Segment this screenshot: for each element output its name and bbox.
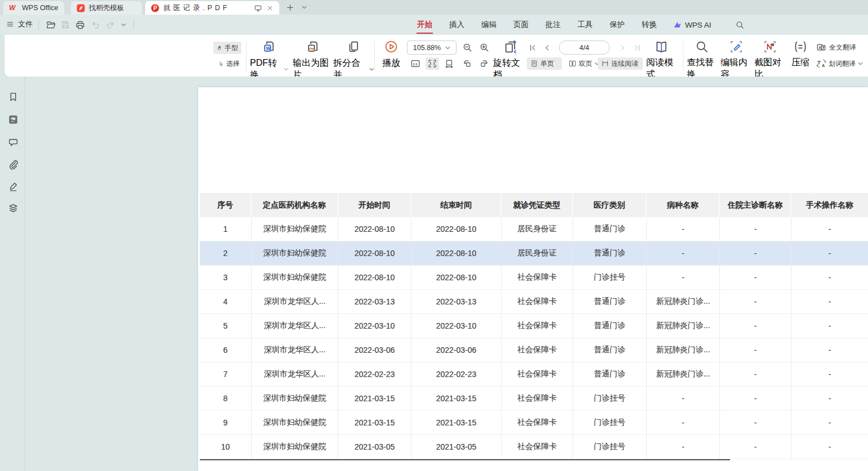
svg-text:W: W — [9, 4, 16, 12]
menu-item-home[interactable]: 开始 — [417, 15, 433, 35]
signature-panel-button[interactable] — [6, 180, 20, 193]
fit-width-button[interactable] — [426, 57, 439, 70]
export-image-button[interactable]: 输出为图片 — [293, 39, 333, 81]
full-translation-label: 全文翻译 — [829, 43, 856, 52]
rotate-left-button[interactable] — [460, 57, 474, 70]
print-button[interactable] — [73, 19, 87, 31]
thumbnails-panel-button[interactable] — [6, 113, 20, 126]
compress-button[interactable]: 压缩 — [789, 39, 812, 69]
table-cell: 7 — [200, 362, 252, 386]
table-cell: 居民身份证 — [502, 241, 573, 265]
split-merge-button[interactable]: 拆分合并 — [333, 39, 374, 81]
close-icon[interactable] — [266, 5, 274, 12]
table-row: 6深圳市龙华区人...2022-03-062022-03-06社会保障卡普通门诊… — [200, 338, 868, 362]
word-translation-icon: A — [816, 59, 826, 69]
document-canvas[interactable]: 序号定点医药机构名称开始时间结束时间就诊凭证类型医疗类别病种名称住院主诊断名称手… — [26, 77, 868, 471]
attachments-panel-button[interactable] — [6, 158, 20, 171]
table-header-cell: 住院主诊断名称 — [720, 193, 791, 217]
play-button[interactable]: 播放 — [379, 39, 403, 69]
actual-size-button[interactable]: 1:1 — [409, 57, 422, 70]
screenshot-compare-button[interactable]: 截图对比 — [754, 39, 786, 80]
next-page-button[interactable] — [617, 42, 628, 54]
screenshot-compare-icon — [763, 39, 777, 54]
save-button[interactable] — [59, 19, 72, 31]
table-header-cell: 病种名称 — [647, 193, 720, 217]
table-cell: 深圳市妇幼保健院 — [252, 411, 338, 434]
menu-item-protect[interactable]: 保护 — [609, 15, 625, 35]
hand-tool-label: 手型 — [225, 43, 238, 53]
previous-page-button[interactable] — [542, 42, 553, 54]
open-button[interactable] — [44, 19, 57, 31]
menu-item-wps-ai[interactable]: WPS AI — [673, 21, 712, 29]
tab-docer[interactable]: 找稻壳模板 — [71, 1, 142, 15]
table-cell: - — [791, 338, 868, 362]
divider — [683, 41, 683, 71]
menu-item-page[interactable]: 页面 — [513, 15, 529, 35]
table-cell: 新冠肺炎门诊... — [647, 362, 720, 386]
read-mode-button[interactable]: 阅读模式 — [646, 39, 677, 80]
table-cell: - — [791, 314, 868, 338]
word-translation-label: 划词翻译 — [829, 59, 856, 69]
single-page-button[interactable]: 单页 — [527, 57, 562, 70]
table-cell: 9 — [200, 411, 252, 434]
divider — [374, 41, 375, 71]
table-cell: - — [791, 435, 868, 459]
file-menu-button[interactable]: 文件 — [6, 19, 33, 29]
double-page-button[interactable]: 双页 — [566, 57, 602, 70]
bookmarks-panel-button[interactable] — [6, 90, 20, 104]
menu-search-button[interactable] — [735, 20, 745, 30]
comment-icon — [7, 136, 19, 148]
word-translation-button[interactable]: A 划词翻译 — [816, 57, 863, 70]
page-number-input[interactable]: 4/4 — [559, 41, 610, 55]
docer-icon — [77, 4, 85, 12]
find-replace-button[interactable]: 查找替换 — [687, 39, 717, 80]
new-tab-icon — [286, 3, 294, 12]
table-cell: 2022-08-10 — [338, 241, 411, 265]
paperclip-icon — [7, 159, 19, 171]
tab-wps-office[interactable]: W WPS Office — [3, 1, 64, 15]
zoom-out-button[interactable] — [460, 41, 474, 53]
undo-button[interactable] — [89, 19, 102, 31]
layers-panel-button[interactable] — [6, 201, 20, 215]
comments-panel-button[interactable] — [6, 135, 20, 149]
menu-item-edit[interactable]: 编辑 — [481, 15, 497, 35]
table-cell: - — [791, 217, 868, 241]
last-page-button[interactable] — [632, 42, 643, 54]
table-cell: - — [647, 217, 720, 241]
hand-tool-button[interactable]: 手型 — [213, 42, 241, 54]
play-icon — [384, 39, 399, 54]
chevron-down-icon — [302, 6, 307, 9]
monitor-icon[interactable] — [254, 4, 262, 12]
svg-text:P: P — [154, 5, 160, 11]
chevron-down-icon — [858, 62, 863, 65]
fit-page-button[interactable] — [442, 57, 456, 70]
first-page-button[interactable] — [527, 42, 538, 54]
continuous-reading-button[interactable]: 连续阅读 — [598, 57, 643, 70]
tab-list-dropdown[interactable] — [298, 2, 310, 13]
rotate-right-button[interactable] — [477, 57, 491, 70]
table-cell: 普通门诊 — [573, 241, 647, 265]
table-cell: - — [647, 241, 720, 265]
quickbar-dropdown[interactable] — [118, 19, 128, 31]
menu-item-convert[interactable]: 转换 — [641, 15, 657, 35]
menu-item-insert[interactable]: 插入 — [449, 15, 465, 35]
zoom-in-button[interactable] — [477, 41, 491, 53]
select-tool-button[interactable]: 选择 — [215, 57, 243, 70]
menu-item-annotate[interactable]: 批注 — [545, 15, 561, 35]
tab-document-active[interactable]: P 就医记录.PDF — [145, 1, 279, 15]
rotate-document-button[interactable]: 旋转文档 — [493, 39, 528, 81]
table-cell: - — [720, 290, 791, 313]
tab-label: WPS Office — [22, 4, 58, 12]
table-cell: 深圳市妇幼保健院 — [252, 435, 338, 459]
redo-button[interactable] — [104, 19, 117, 31]
menu-item-tools[interactable]: 工具 — [577, 15, 593, 35]
zoom-level-select[interactable]: 105.88% — [407, 41, 457, 55]
table-cell: 居民身份证 — [502, 217, 573, 241]
edit-content-button[interactable]: 编辑内容 — [721, 39, 752, 80]
divider — [133, 20, 134, 30]
full-translation-button[interactable]: A 全文翻译 — [816, 41, 856, 53]
undo-icon — [91, 20, 101, 30]
new-tab-button[interactable] — [284, 2, 296, 13]
svg-text:W: W — [266, 46, 270, 51]
pdf-convert-button[interactable]: W PDF转换 — [250, 39, 288, 81]
